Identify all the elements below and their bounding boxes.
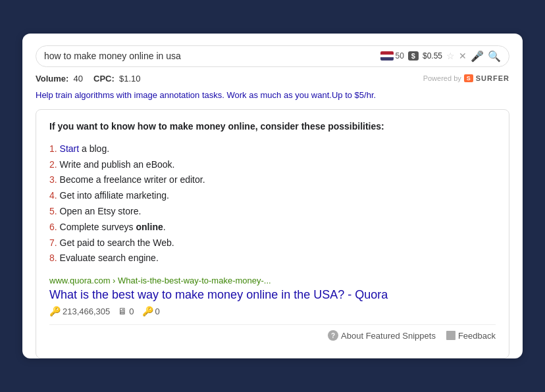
powered-label: Powered by (423, 74, 461, 82)
metrics-left: Volume: 40 CPC: $1.10 (36, 74, 141, 84)
metrics-row: Volume: 40 CPC: $1.10 Powered by S SURFE… (36, 74, 509, 84)
result-title[interactable]: What is the best way to make money onlin… (49, 288, 496, 302)
cpc-label: CPC: (93, 74, 115, 84)
volume-label: Volume: (36, 74, 68, 84)
cpc-section: CPC: $1.10 (93, 74, 141, 84)
key-icon-2: 🔑 (142, 306, 153, 316)
star-icon[interactable]: ☆ (446, 51, 455, 61)
stat-2: 🖥 0 (118, 306, 134, 316)
stat-3: 🔑 0 (142, 306, 160, 316)
source-url: www.quora.com › What-is-the-best-way-to-… (49, 276, 496, 285)
stat-value-3: 0 (155, 306, 160, 316)
about-featured-snippets-link[interactable]: ? About Featured Snippets (328, 330, 436, 341)
feedback-icon (446, 331, 455, 340)
close-icon[interactable]: ✕ (459, 51, 467, 61)
list-item: 4. Get into affiliate marketing. (49, 188, 496, 204)
featured-snippet-box: If you want to know how to make money on… (36, 109, 509, 358)
feedback-label: Feedback (458, 331, 496, 341)
list-item: 5. Open an Etsy store. (49, 204, 496, 220)
surfer-brand: SURFER (476, 74, 509, 82)
main-card: 50 $ $0.55 ☆ ✕ 🎤 🔍 Volume: 40 CPC: $1.10… (22, 34, 523, 358)
key-icon-1: 🔑 (49, 306, 61, 316)
snippet-list: 1. Start a blog. 2. Write and publish an… (49, 141, 496, 266)
snippet-title: If you want to know how to make money on… (49, 120, 496, 134)
search-bar: 50 $ $0.55 ☆ ✕ 🎤 🔍 (36, 45, 509, 67)
stat-value-2: 0 (129, 306, 134, 316)
search-bar-icons: 50 $ $0.55 ☆ ✕ 🎤 🔍 (380, 50, 501, 62)
cpc-price: $0.55 (423, 51, 442, 61)
powered-by: Powered by S SURFER (423, 74, 509, 82)
about-label: About Featured Snippets (341, 331, 436, 341)
result-stats: 🔑 213,466,305 🖥 0 🔑 0 (49, 306, 496, 324)
list-item: 2. Write and publish an eBook. (49, 157, 496, 173)
us-flag-icon (380, 51, 394, 61)
snippet-footer: ? About Featured Snippets Feedback (49, 324, 496, 347)
list-item: 7. Get paid to search the Web. (49, 235, 496, 251)
list-item: 6. Complete surveys online. (49, 220, 496, 235)
flag-badge: 50 (380, 51, 403, 61)
search-button[interactable]: 🔍 (488, 50, 501, 62)
volume-count: 50 (395, 51, 403, 61)
help-icon: ? (328, 330, 338, 341)
cpc-value: $1.10 (119, 74, 141, 84)
mic-icon[interactable]: 🎤 (471, 50, 484, 62)
volume-value: 40 (74, 74, 83, 84)
cpc-badge: $ (408, 51, 419, 61)
list-item: 8. Evaluate search engine. (49, 251, 496, 266)
stat-value-1: 213,466,305 (63, 306, 110, 316)
surfer-logo: S (464, 74, 473, 82)
feedback-link[interactable]: Feedback (446, 331, 496, 341)
list-item: 1. Start a blog. (49, 141, 496, 157)
list-link-1[interactable]: Start (60, 143, 80, 154)
screen-icon: 🖥 (118, 306, 127, 316)
snippet-top-text: Help train algorithms with image annotat… (36, 89, 509, 102)
search-input[interactable] (44, 51, 380, 61)
volume-section: Volume: 40 (36, 74, 83, 84)
list-item: 3. Become a freelance writer or editor. (49, 172, 496, 188)
stat-1: 🔑 213,466,305 (49, 306, 110, 316)
